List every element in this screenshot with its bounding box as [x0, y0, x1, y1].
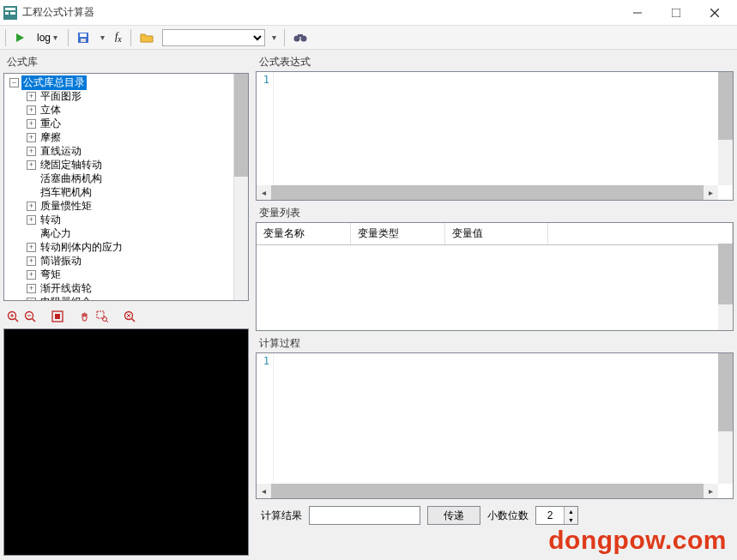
formula-tree[interactable]: −公式库总目录+平面图形+立体+重心+摩擦+直线运动+绕固定轴转动活塞曲柄机构挡…: [4, 74, 248, 300]
tree-node-label[interactable]: 渐开线齿轮: [39, 281, 94, 296]
tree-node-label[interactable]: 立体: [39, 103, 63, 117]
scrollbar-thumb[interactable]: [718, 244, 733, 304]
editor-vscrollbar[interactable]: [718, 72, 733, 185]
tree-item[interactable]: +转动: [6, 213, 246, 226]
editor-hscrollbar[interactable]: ◂ ▸: [257, 185, 718, 200]
expand-icon[interactable]: +: [27, 256, 36, 266]
scroll-left-icon[interactable]: ◂: [257, 484, 271, 498]
tree-node-label[interactable]: 离心力: [39, 226, 73, 241]
tree-node-label[interactable]: 质量惯性矩: [39, 199, 94, 214]
tree-node-label[interactable]: 挡车靶机构: [39, 185, 94, 200]
scrollbar-thumb[interactable]: [271, 484, 704, 498]
expand-icon[interactable]: +: [27, 119, 36, 129]
expand-icon[interactable]: +: [27, 160, 36, 170]
expand-icon[interactable]: +: [27, 298, 36, 300]
scroll-right-icon[interactable]: ▸: [704, 185, 718, 200]
zoom-out-button[interactable]: [24, 310, 36, 322]
maximize-button[interactable]: [656, 1, 695, 25]
expand-icon[interactable]: +: [27, 284, 36, 293]
tree-node-label[interactable]: 活塞曲柄机构: [39, 172, 104, 186]
expand-icon[interactable]: +: [27, 270, 36, 280]
expand-icon[interactable]: +: [27, 133, 36, 142]
process-hscrollbar[interactable]: ◂ ▸: [257, 484, 718, 498]
save-button[interactable]: [74, 28, 93, 47]
tree-item[interactable]: +摩擦: [6, 130, 246, 144]
expand-icon[interactable]: +: [27, 92, 36, 101]
editor-textarea[interactable]: [274, 72, 733, 185]
tree-item[interactable]: +电阻器组合: [6, 295, 246, 300]
scroll-left-icon[interactable]: ◂: [257, 185, 271, 200]
zoom-in-button[interactable]: [7, 310, 19, 322]
find-button[interactable]: [290, 28, 311, 47]
transfer-button[interactable]: 传递: [427, 506, 480, 525]
close-button[interactable]: [695, 1, 734, 25]
expand-icon[interactable]: +: [27, 215, 36, 225]
tree-item[interactable]: +绕固定轴转动: [6, 158, 246, 172]
function-button[interactable]: fx: [112, 28, 125, 47]
editor-textarea[interactable]: [274, 353, 733, 484]
result-input[interactable]: [309, 506, 420, 525]
varlist-vscrollbar[interactable]: [718, 244, 733, 330]
tree-item[interactable]: 挡车靶机构: [6, 185, 246, 199]
chevron-down-icon[interactable]: ▾: [270, 33, 279, 42]
tree-item[interactable]: +立体: [6, 103, 246, 117]
tree-node-label[interactable]: 简谐振动: [39, 254, 83, 268]
varlist-label: 变量列表: [256, 204, 734, 222]
preview-canvas[interactable]: [3, 328, 249, 557]
col-var-value[interactable]: 变量值: [445, 223, 548, 244]
tree-item[interactable]: +平面图形: [6, 89, 246, 103]
spinner-up-button[interactable]: ▲: [565, 507, 577, 515]
zoom-region-button[interactable]: [96, 310, 108, 322]
scrollbar-thumb[interactable]: [718, 353, 733, 431]
chevron-down-icon[interactable]: ▾: [98, 33, 106, 42]
folder-combo[interactable]: [162, 29, 265, 46]
tree-node-label[interactable]: 电阻器组合: [39, 295, 94, 300]
tree-scrollbar[interactable]: [233, 74, 248, 300]
tree-item[interactable]: +直线运动: [6, 144, 246, 158]
tree-node-label[interactable]: 转动刚体内的应力: [39, 240, 124, 255]
tree-item[interactable]: +弯矩: [6, 268, 246, 281]
minimize-button[interactable]: [618, 1, 656, 25]
tree-item[interactable]: +简谐振动: [6, 254, 246, 268]
tree-item[interactable]: +重心: [6, 117, 246, 130]
tree-node-label[interactable]: 摩擦: [39, 130, 63, 145]
tree-node-label[interactable]: 弯矩: [39, 268, 63, 282]
expand-icon[interactable]: +: [27, 202, 36, 211]
tree-item[interactable]: +转动刚体内的应力: [6, 240, 246, 254]
process-vscrollbar[interactable]: [718, 353, 733, 484]
tree-node-label[interactable]: 公式库总目录: [21, 75, 87, 90]
expand-icon[interactable]: +: [27, 243, 36, 252]
tree-node-label[interactable]: 转动: [39, 213, 63, 227]
collapse-icon[interactable]: −: [9, 78, 19, 87]
tree-item[interactable]: 活塞曲柄机构: [6, 172, 246, 185]
scrollbar-thumb[interactable]: [718, 72, 733, 140]
col-var-name[interactable]: 变量名称: [257, 223, 351, 244]
scrollbar-thumb[interactable]: [271, 185, 704, 200]
process-editor[interactable]: 1: [257, 353, 733, 484]
tree-root-item[interactable]: −公式库总目录: [6, 75, 246, 89]
fit-button[interactable]: [51, 310, 63, 322]
open-folder-button[interactable]: [136, 28, 157, 47]
tree-node-label[interactable]: 重心: [39, 117, 63, 131]
tree-item[interactable]: +质量惯性矩: [6, 199, 246, 213]
variable-table-body[interactable]: [257, 245, 733, 330]
decimals-spinner[interactable]: 2 ▲ ▼: [535, 506, 578, 525]
run-button[interactable]: [11, 28, 28, 47]
expression-editor[interactable]: 1: [257, 72, 733, 185]
expand-icon[interactable]: +: [27, 105, 36, 115]
tree-item[interactable]: +渐开线齿轮: [6, 281, 246, 295]
scrollbar-track[interactable]: [271, 185, 704, 200]
log-dropdown[interactable]: log ▾: [33, 28, 63, 47]
tree-node-label[interactable]: 平面图形: [39, 89, 83, 104]
spinner-down-button[interactable]: ▼: [565, 515, 577, 524]
expand-icon[interactable]: +: [27, 147, 36, 156]
col-var-type[interactable]: 变量类型: [351, 223, 445, 244]
pan-button[interactable]: [79, 310, 91, 322]
scrollbar-track[interactable]: [271, 484, 704, 498]
tree-node-label[interactable]: 直线运动: [39, 144, 83, 159]
tree-node-label[interactable]: 绕固定轴转动: [39, 158, 104, 172]
scrollbar-thumb[interactable]: [234, 74, 248, 177]
zoom-reset-button[interactable]: [124, 310, 136, 322]
scroll-right-icon[interactable]: ▸: [704, 484, 718, 498]
tree-item[interactable]: 离心力: [6, 226, 246, 240]
